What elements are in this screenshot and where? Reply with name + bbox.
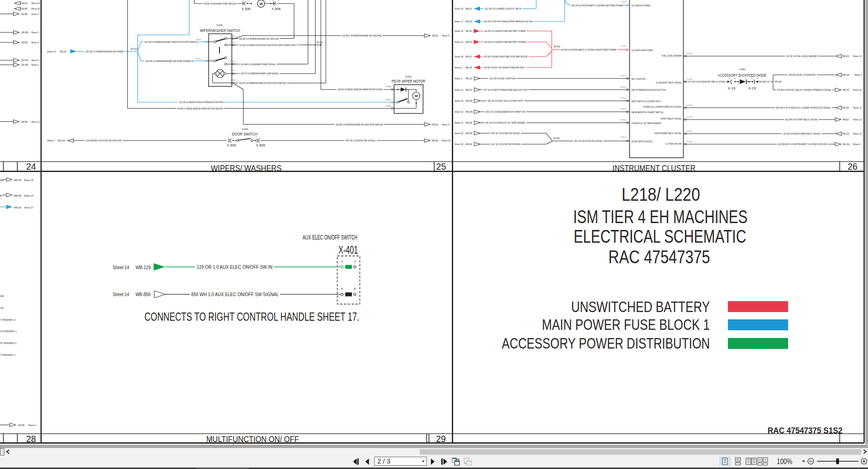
svg-text:ACCESSORY RELAY SIGNAL: ACCESSORY RELAY SIGNAL [656, 81, 682, 84]
svg-text:X-502A-B: X-502A-B [385, 105, 391, 107]
svg-text:Sheet 4: Sheet 4 [28, 424, 36, 427]
svg-text:930 BK 0.8 REAR WINDOW WIPER M: 930 BK 0.8 REAR WINDOW WIPER MOTOR GROUN… [178, 107, 223, 110]
svg-text:Sheet 18: Sheet 18 [24, 179, 34, 182]
svg-text:175 WH 0.8 EH ACC RELAY CHASSI: 175 WH 0.8 EH ACC RELAY CHASSIS INTERFAC… [777, 89, 831, 91]
svg-text:WB-267: WB-267 [465, 89, 472, 91]
svg-text:Sheet 26: Sheet 26 [442, 139, 450, 142]
svg-text:Sheet 12: Sheet 12 [853, 106, 862, 109]
svg-text:WB-405: WB-405 [14, 194, 22, 197]
svg-text:WB-233: WB-233 [60, 50, 66, 53]
svg-text:X-401: X-401 [339, 244, 358, 256]
svg-text:GB-999: GB-999 [21, 120, 28, 123]
svg-text:RAC 47547375 S1S2: RAC 47547375 S1S2 [768, 426, 842, 435]
svg-text:132 OR 0.8 KEY IGNITION: 132 OR 0.8 KEY IGNITION [489, 77, 516, 80]
svg-text:Sheet 4: Sheet 4 [31, 41, 39, 44]
svg-text:931 BK 0.8 WIPER/WASHER SW GRO: 931 BK 0.8 WIPER/WASHER SW GROUND [239, 37, 279, 40]
svg-text:WB-133: WB-133 [842, 132, 849, 135]
svg-text:SEAT SWITCH CLUSTER INPUT: SEAT SWITCH CLUSTER INPUT [632, 100, 661, 103]
svg-text:WB-317: WB-317 [465, 55, 472, 58]
svg-text:228 WH 0.8 REAR WINDOW WIPER M: 228 WH 0.8 REAR WINDOW WIPER MOTOR SIGNA… [337, 88, 383, 91]
svg-text:MAIN POWER RELAY SIGNAL: MAIN POWER RELAY SIGNAL [654, 132, 682, 135]
svg-text:29: 29 [436, 434, 446, 444]
svg-text:HYDRAULIC LOADER INTERLOCK SIG: HYDRAULIC LOADER INTERLOCK SIGNAL [643, 105, 682, 108]
svg-text:2: 2 [256, 136, 256, 138]
svg-text:CLUSTER SW POWER: CLUSTER SW POWER [632, 4, 651, 7]
svg-text:Sheet 13: Sheet 13 [47, 50, 56, 53]
svg-text:137 WH 0.8 ACCESSORY RELAY SIG: 137 WH 0.8 ACCESSORY RELAY SIGNAL [688, 80, 726, 83]
svg-text:AUX ELEC ON/OFF SWITCH: AUX ELEC ON/OFF SWITCH [303, 234, 357, 241]
svg-text:931 BK 0.8 WIPER/WASHER SW GRO: 931 BK 0.8 WIPER/WASHER SW GROUND [342, 34, 382, 37]
svg-text:T SPEAKER (+): T SPEAKER (+) [0, 318, 16, 321]
svg-text:UND: UND [0, 307, 4, 309]
svg-text:GB-982: GB-982 [21, 7, 28, 10]
svg-text:WB-310: WB-310 [465, 41, 472, 43]
svg-text:WB-264: WB-264 [465, 121, 472, 124]
svg-text:25: 25 [436, 162, 446, 172]
svg-text:X-C23-24: X-C23-24 [686, 53, 692, 55]
svg-text:SP-022: SP-022 [316, 41, 323, 44]
svg-text:GB-975A: GB-975A [21, 59, 29, 62]
svg-text:L218/ L220: L218/ L220 [622, 184, 700, 204]
svg-text:Sheet 4: Sheet 4 [442, 34, 450, 37]
svg-text:MULTIFUNCTION ON/ OFF: MULTIFUNCTION ON/ OFF [206, 435, 299, 444]
svg-text:Sheet 14: Sheet 14 [113, 292, 129, 297]
svg-text:133 OR 0.8 MAIN POWER RELAY SI: 133 OR 0.8 MAIN POWER RELAY SIGNAL [783, 132, 821, 135]
svg-text:WB-756: WB-756 [14, 179, 22, 182]
svg-text:S-038: S-038 [242, 128, 248, 130]
svg-text:A: A [341, 260, 343, 263]
svg-text:KEY IGNITION: KEY IGNITION [632, 78, 646, 80]
svg-text:ACCESSORY POWER DISTRIBUTION: ACCESSORY POWER DISTRIBUTION [502, 335, 710, 352]
svg-text:Sheet 23: Sheet 23 [31, 2, 40, 5]
svg-text:Sheet 4: Sheet 4 [853, 143, 861, 146]
svg-text:1: 1 [260, 136, 261, 138]
svg-text:205C YE 0.8 REGENERATION INHIB: 205C YE 0.8 REGENERATION INHIBIT SW [485, 110, 526, 113]
svg-text:26: 26 [847, 162, 858, 172]
svg-text:230 OR 0.8 WIPER/WASHER SW PUM: 230 OR 0.8 WIPER/WASHER SW PUMP POWER IN [145, 60, 193, 63]
svg-text:X-503-8: X-503-8 [230, 79, 235, 81]
svg-text:Sheet 34: Sheet 34 [455, 30, 463, 32]
svg-text:Sheet 12: Sheet 12 [455, 121, 463, 124]
svg-text:WB-622: WB-622 [842, 118, 849, 121]
svg-text:SP-023: SP-023 [131, 47, 137, 50]
svg-text:Sheet 4: Sheet 4 [31, 13, 39, 16]
svg-text:1: 1 [243, 0, 244, 2]
svg-text:WB-205C: WB-205C [465, 110, 473, 113]
svg-text:Sheet 3: Sheet 3 [854, 73, 862, 76]
svg-text:856 WH 1.0 AUX ELEC ON/OFF SW: 856 WH 1.0 AUX ELEC ON/OFF SW SIGNAL [191, 292, 279, 297]
svg-text:Sheet 12: Sheet 12 [853, 132, 862, 135]
svg-text:X-C25-12: X-C25-12 [620, 97, 626, 99]
svg-text:GB-1802: GB-1802 [21, 63, 29, 66]
svg-text:622 WH 0.8 START RELAY SIGNAL: 622 WH 0.8 START RELAY SIGNAL [785, 118, 818, 121]
svg-text:ELECTRICAL SCHEMATIC: ELECTRICAL SCHEMATIC [574, 226, 746, 246]
svg-text:X-503-5: X-503-5 [230, 61, 235, 63]
svg-text:932 BK 0.8 WIPER/WASHER SW IND: 932 BK 0.8 WIPER/WASHER SW INDICATOR GRO… [239, 82, 286, 84]
svg-text:251 YE 0.8 DOOR SW SIGNAL: 251 YE 0.8 DOOR SW SIGNAL [574, 140, 603, 142]
svg-text:GB-1895: GB-1895 [21, 31, 29, 34]
svg-text:X-506: X-506 [241, 7, 251, 11]
svg-text:Sheet 14: Sheet 14 [455, 110, 463, 113]
svg-text:Sheet 27: Sheet 27 [24, 206, 34, 209]
svg-text:WB-140: WB-140 [465, 66, 472, 69]
svg-text:153 WH 0.8: 153 WH 0.8 [758, 80, 769, 83]
svg-text:Sheet 3: Sheet 3 [455, 66, 462, 69]
svg-text:GB-986: GB-986 [21, 13, 28, 16]
svg-text:303 WH 0.8 HYDRAULIC LOADER IN: 303 WH 0.8 HYDRAULIC LOADER INTERLOCK SI… [776, 106, 831, 109]
svg-text:GB-961: GB-961 [21, 2, 28, 5]
svg-text:Sheet 17: Sheet 17 [455, 20, 463, 23]
svg-text:100%: 100% [777, 457, 792, 465]
svg-text:WB-162: WB-162 [465, 30, 472, 32]
svg-text:X-503-2: X-503-2 [230, 42, 235, 43]
svg-text:302 OR 0.8 INSTRUMENT CLUSTER: 302 OR 0.8 INSTRUMENT CLUSTER SWITCHED P… [571, 4, 623, 7]
svg-text:Sheet 4: Sheet 4 [31, 31, 39, 34]
svg-text:Sheet 4: Sheet 4 [47, 139, 55, 142]
svg-text:X-C25-19: X-C25-19 [620, 136, 626, 138]
svg-text:310 RD 0.8 UNSWITCHED BATTERY: 310 RD 0.8 UNSWITCHED BATTERY POWER [484, 41, 526, 43]
svg-text:Sheet 4: Sheet 4 [31, 63, 39, 66]
svg-text:1: 1 [249, 0, 250, 2]
svg-text:Sheet 12: Sheet 12 [853, 55, 862, 57]
svg-text:ER: ER [0, 179, 4, 182]
svg-text:Sheet 3: Sheet 3 [455, 77, 462, 80]
svg-text:WB-143: WB-143 [14, 206, 22, 209]
svg-text:X-502A-A: X-502A-A [385, 86, 391, 88]
svg-text:S-016: S-016 [217, 24, 223, 26]
